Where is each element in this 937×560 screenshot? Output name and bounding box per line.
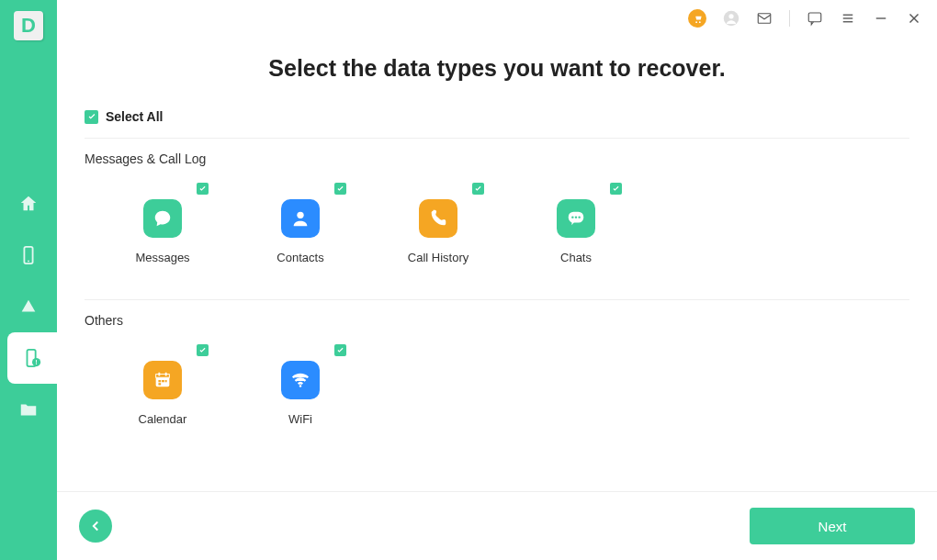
section-header: Others — [85, 313, 909, 328]
svg-point-28 — [299, 385, 302, 387]
svg-point-18 — [575, 216, 577, 218]
wifi-icon — [281, 361, 320, 399]
message-icon — [143, 199, 182, 238]
main-area: Select the data types you want to recove… — [57, 0, 937, 560]
mail-button[interactable] — [756, 10, 773, 27]
svg-point-15 — [297, 212, 303, 218]
check-icon — [198, 185, 207, 193]
minimize-button[interactable] — [873, 10, 889, 27]
minimize-icon — [873, 10, 889, 27]
item-wifi[interactable]: WiFi — [259, 346, 342, 426]
check-icon — [612, 185, 620, 193]
section-divider — [85, 299, 909, 300]
item-checkbox[interactable] — [334, 183, 346, 195]
item-checkbox[interactable] — [472, 183, 484, 195]
phone-icon — [419, 199, 457, 238]
calendar-icon — [143, 361, 182, 399]
mail-icon — [756, 10, 773, 27]
section-header: Messages & Call Log — [85, 151, 909, 166]
titlebar — [57, 0, 937, 37]
app-window: D ! — [0, 0, 937, 560]
item-chats[interactable]: Chats — [535, 185, 617, 264]
sidebar-item-home[interactable] — [0, 178, 57, 230]
svg-rect-7 — [758, 14, 771, 24]
item-call-history[interactable]: Call History — [397, 185, 480, 264]
close-button[interactable] — [906, 10, 922, 27]
section-messages: Messages & Call Log Messages — [85, 151, 909, 283]
cart-icon — [693, 14, 703, 24]
select-all-row[interactable]: Select All — [85, 109, 909, 139]
item-label: Call History — [408, 251, 468, 264]
content: Select the data types you want to recove… — [57, 37, 937, 491]
chat-bubble-icon — [557, 199, 595, 238]
svg-point-19 — [578, 216, 580, 218]
sidebar: D ! — [0, 0, 57, 560]
contact-icon — [281, 199, 320, 238]
cloud-icon — [18, 297, 39, 317]
back-button[interactable] — [79, 510, 112, 543]
svg-rect-26 — [165, 380, 167, 382]
svg-rect-21 — [156, 375, 170, 378]
item-label: Contacts — [277, 251, 323, 264]
select-all-checkbox[interactable] — [85, 110, 98, 124]
cart-button[interactable] — [688, 9, 706, 28]
sidebar-item-phone-alert[interactable]: ! — [7, 332, 57, 384]
item-checkbox[interactable] — [197, 183, 209, 195]
menu-button[interactable] — [840, 10, 856, 27]
item-checkbox[interactable] — [197, 344, 209, 356]
items-grid: Calendar WiFi — [85, 337, 909, 444]
item-label: Calendar — [139, 412, 187, 426]
check-icon — [198, 346, 207, 354]
app-logo: D — [14, 11, 43, 40]
item-contacts[interactable]: Contacts — [259, 185, 342, 264]
phone-alert-icon: ! — [22, 348, 42, 368]
sidebar-item-phone[interactable] — [0, 230, 57, 281]
item-calendar[interactable]: Calendar — [121, 346, 204, 426]
arrow-left-icon — [87, 518, 104, 534]
check-icon — [336, 185, 344, 193]
svg-rect-24 — [158, 380, 161, 382]
item-checkbox[interactable] — [610, 183, 622, 195]
folder-icon — [18, 399, 39, 420]
user-icon — [723, 10, 739, 27]
sidebar-item-folder[interactable] — [0, 384, 57, 435]
svg-rect-27 — [158, 383, 161, 385]
svg-point-1 — [28, 261, 29, 263]
check-icon — [474, 185, 482, 193]
next-button[interactable]: Next — [750, 508, 915, 544]
footer: Next — [57, 491, 937, 560]
check-icon — [87, 112, 96, 121]
chat-icon — [807, 10, 823, 27]
svg-rect-8 — [808, 13, 821, 22]
item-checkbox[interactable] — [334, 344, 346, 356]
feedback-button[interactable] — [807, 10, 823, 27]
phone-device-icon — [18, 245, 39, 265]
svg-text:!: ! — [36, 359, 38, 365]
item-messages[interactable]: Messages — [121, 185, 204, 264]
svg-rect-25 — [162, 380, 164, 382]
select-all-label: Select All — [106, 109, 164, 124]
close-icon — [906, 10, 922, 27]
section-others: Others Calendar WiFi — [85, 313, 909, 444]
user-button[interactable] — [723, 10, 739, 27]
item-label: WiFi — [288, 412, 312, 426]
svg-point-17 — [571, 216, 573, 218]
home-icon — [18, 194, 39, 214]
item-label: Chats — [560, 251, 592, 264]
menu-icon — [840, 10, 856, 27]
check-icon — [336, 346, 344, 354]
titlebar-divider — [789, 10, 790, 27]
items-grid: Messages Contacts Call — [85, 175, 909, 283]
svg-point-6 — [728, 14, 733, 18]
item-label: Messages — [135, 251, 189, 264]
sidebar-item-cloud[interactable] — [0, 281, 57, 332]
page-title: Select the data types you want to recove… — [85, 55, 909, 82]
